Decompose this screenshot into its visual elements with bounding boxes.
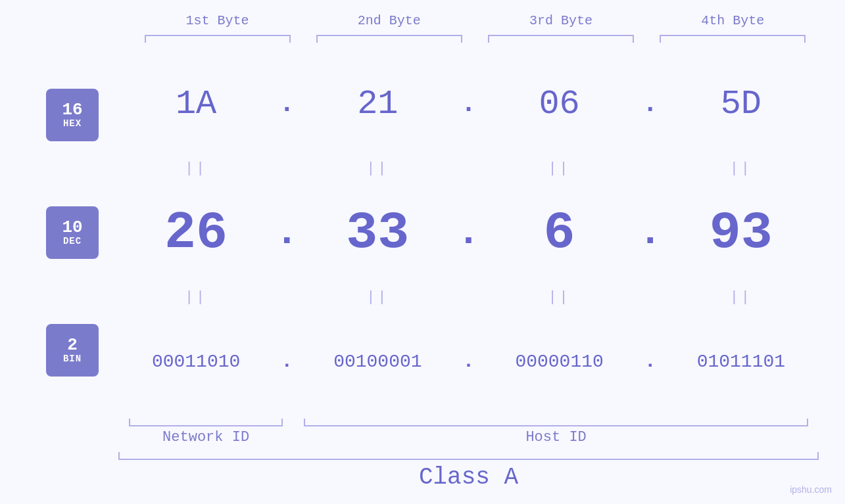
dec-row: 26 . 33 . 6 . 93	[118, 178, 819, 287]
host-id-label: Host ID	[293, 429, 819, 446]
dot-hex-3: .	[637, 89, 664, 119]
hex-row: 1A . 21 . 06 . 5D	[118, 49, 819, 158]
eq1-b2: ||	[300, 160, 455, 177]
byte4-header: 4th Byte	[647, 13, 819, 28]
eq1-b1: ||	[118, 160, 274, 177]
hex-byte2: 21	[300, 85, 455, 124]
bottom-brackets	[118, 419, 819, 426]
equals-row-1: || || || ||	[118, 158, 819, 178]
eq2-b2: ||	[300, 289, 455, 306]
main-container: 1st Byte 2nd Byte 3rd Byte 4th Byte 16 H…	[0, 0, 845, 504]
dec-byte4: 93	[664, 203, 819, 263]
watermark: ipshu.com	[790, 484, 832, 495]
byte-headers: 1st Byte 2nd Byte 3rd Byte 4th Byte	[26, 13, 819, 28]
bin-byte1: 00011010	[118, 352, 274, 372]
network-id-label: Network ID	[118, 429, 293, 446]
dot-dec-1: .	[274, 210, 300, 255]
dec-label: DEC	[63, 236, 82, 246]
dec-byte2: 33	[300, 203, 455, 263]
eq1-b3: ||	[482, 160, 637, 177]
hex-number: 16	[62, 101, 82, 118]
host-bracket	[293, 419, 819, 426]
hex-byte1: 1A	[118, 85, 274, 124]
dot-dec-3: .	[637, 210, 664, 255]
dot-bin-1: .	[274, 350, 300, 373]
dot-dec-2: .	[456, 210, 482, 255]
eq2-b4: ||	[664, 289, 819, 306]
bin-label: BIN	[63, 354, 82, 364]
dot-hex-2: .	[456, 89, 482, 119]
byte3-header: 3rd Byte	[475, 13, 647, 28]
bin-number: 2	[67, 336, 78, 354]
dec-badge: 10 DEC	[46, 206, 99, 259]
network-bracket	[118, 419, 293, 426]
top-bracket	[26, 35, 819, 43]
bin-byte3: 00000110	[482, 352, 637, 372]
byte1-header: 1st Byte	[132, 13, 303, 28]
id-labels: Network ID Host ID	[118, 429, 819, 446]
dec-byte3: 6	[482, 203, 637, 263]
content-area: 16 HEX 10 DEC 2 BIN 1A . 21 . 06 . 5D	[26, 49, 819, 416]
hex-byte3: 06	[482, 85, 637, 124]
bottom-section: Network ID Host ID Class A	[26, 416, 819, 491]
dec-number: 10	[62, 219, 82, 236]
bin-byte4: 01011101	[664, 352, 819, 372]
bin-badge: 2 BIN	[46, 324, 99, 377]
bin-byte2: 00100001	[300, 352, 455, 372]
class-bracket	[118, 452, 819, 460]
dot-hex-1: .	[274, 89, 300, 119]
hex-label: HEX	[63, 118, 82, 129]
eq2-b1: ||	[118, 289, 274, 306]
dec-byte1: 26	[118, 203, 274, 263]
class-label: Class A	[118, 464, 819, 491]
labels-column: 16 HEX 10 DEC 2 BIN	[26, 49, 118, 416]
hex-badge: 16 HEX	[46, 89, 99, 141]
hex-byte4: 5D	[664, 85, 819, 124]
eq2-b3: ||	[482, 289, 637, 306]
dot-bin-2: .	[456, 350, 482, 373]
equals-row-2: || || || ||	[118, 287, 819, 307]
dot-bin-3: .	[637, 350, 664, 373]
byte2-header: 2nd Byte	[303, 13, 475, 28]
values-grid: 1A . 21 . 06 . 5D || || || || 26	[118, 49, 819, 416]
bin-row: 00011010 . 00100001 . 00000110 . 0101110…	[118, 307, 819, 416]
eq1-b4: ||	[664, 160, 819, 177]
